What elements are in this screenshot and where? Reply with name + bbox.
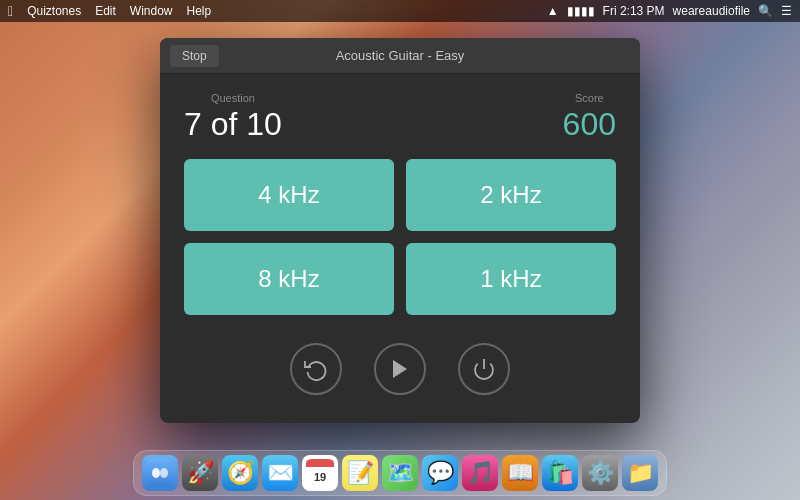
score-value: 600	[563, 106, 616, 143]
answer-btn-2khz[interactable]: 2 kHz	[406, 159, 616, 231]
dock-icon-notes[interactable]: 📝	[342, 455, 378, 491]
apple-menu[interactable]: 	[8, 3, 13, 19]
question-value: 7 of 10	[184, 106, 282, 143]
dock-icon-calendar[interactable]: 19	[302, 455, 338, 491]
question-label: Question	[211, 92, 255, 104]
content-area: Question 7 of 10 Score 600 4 kHz 2 kHz 8…	[160, 74, 640, 423]
dock-icon-itunes[interactable]: 🎵	[462, 455, 498, 491]
answer-btn-8khz[interactable]: 8 kHz	[184, 243, 394, 315]
menubar-right: ▲ ▮▮▮▮ Fri 2:13 PM weareaudiofile 🔍 ☰	[547, 4, 792, 18]
score-label: Score	[575, 92, 604, 104]
answer-btn-4khz[interactable]: 4 kHz	[184, 159, 394, 231]
dock-icon-safari[interactable]: 🧭	[222, 455, 258, 491]
window-title: Acoustic Guitar - Easy	[336, 48, 465, 63]
dock-icon-launchpad[interactable]: 🚀	[182, 455, 218, 491]
answer-btn-1khz[interactable]: 1 kHz	[406, 243, 616, 315]
menubar-battery-icon: ▮▮▮▮	[567, 4, 595, 18]
dock-icon-messages[interactable]: 💬	[422, 455, 458, 491]
dock-icon-maps[interactable]: 🗺️	[382, 455, 418, 491]
dock: 🚀 🧭 ✉️ 19 📝 🗺️ 💬 🎵 📖 🛍️ ⚙️ 📁	[133, 450, 667, 496]
menu-window[interactable]: Window	[130, 4, 173, 18]
play-button[interactable]	[374, 343, 426, 395]
dock-icon-books[interactable]: 📖	[502, 455, 538, 491]
replay-button[interactable]	[290, 343, 342, 395]
answers-grid: 4 kHz 2 kHz 8 kHz 1 kHz	[184, 159, 616, 315]
power-button[interactable]	[458, 343, 510, 395]
menubar-wifi-icon: ▲	[547, 4, 559, 18]
dock-icon-appstore[interactable]: 🛍️	[542, 455, 578, 491]
score-group: Score 600	[563, 92, 616, 143]
svg-point-3	[152, 468, 160, 478]
dock-icon-finder2[interactable]: 📁	[622, 455, 658, 491]
dock-icon-mail[interactable]: ✉️	[262, 455, 298, 491]
app-window: Stop Acoustic Guitar - Easy Question 7 o…	[160, 38, 640, 423]
svg-text:19: 19	[314, 471, 326, 483]
desktop:  Quiztones Edit Window Help ▲ ▮▮▮▮ Fri …	[0, 0, 800, 500]
menubar-time: Fri 2:13 PM	[603, 4, 665, 18]
controls-row	[184, 335, 616, 405]
svg-marker-0	[393, 360, 407, 378]
svg-point-4	[160, 468, 168, 478]
menu-help[interactable]: Help	[187, 4, 212, 18]
titlebar: Stop Acoustic Guitar - Easy	[160, 38, 640, 74]
svg-rect-7	[306, 463, 334, 467]
menubar-username: weareaudiofile	[673, 4, 750, 18]
menu-edit[interactable]: Edit	[95, 4, 116, 18]
question-group: Question 7 of 10	[184, 92, 282, 143]
menubar:  Quiztones Edit Window Help ▲ ▮▮▮▮ Fri …	[0, 0, 800, 22]
dock-icon-settings[interactable]: ⚙️	[582, 455, 618, 491]
dock-icon-finder[interactable]	[142, 455, 178, 491]
app-menu-name[interactable]: Quiztones	[27, 4, 81, 18]
stats-row: Question 7 of 10 Score 600	[184, 92, 616, 143]
menubar-search-icon[interactable]: 🔍	[758, 4, 773, 18]
menubar-left:  Quiztones Edit Window Help	[8, 3, 211, 19]
menubar-list-icon[interactable]: ☰	[781, 4, 792, 18]
stop-button[interactable]: Stop	[170, 45, 219, 67]
